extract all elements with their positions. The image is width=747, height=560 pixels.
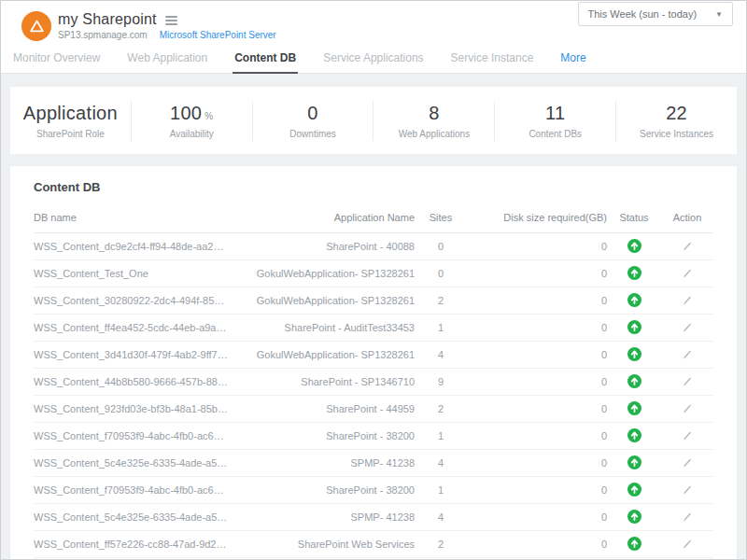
stat-value: 100 bbox=[170, 103, 202, 123]
stat-suffix: % bbox=[204, 111, 213, 121]
table-row: WSS_Content_5c4e325e-6335-4ade-a5d2-792a… bbox=[34, 504, 713, 531]
hamburger-icon[interactable] bbox=[165, 12, 177, 27]
table-row: WSS_Content_dc9e2cf4-ff94-48de-aa25-6051… bbox=[34, 233, 713, 260]
edit-pencil-icon[interactable] bbox=[682, 295, 693, 306]
application-name-cell: SharePoint - 40088 bbox=[228, 233, 415, 260]
sites-cell: 2 bbox=[415, 531, 467, 558]
status-up-icon bbox=[627, 483, 641, 497]
table-row: WSS_Content_Test_One GokulWebApplication… bbox=[34, 260, 713, 287]
tab-service-instance[interactable]: Service Instance bbox=[449, 45, 536, 74]
edit-pencil-icon[interactable] bbox=[682, 539, 693, 550]
application-name-cell: GokulWebApplication- SP1328261 bbox=[228, 342, 415, 369]
tab-web-application[interactable]: Web Application bbox=[125, 45, 209, 74]
table-row: WSS_Content_5c4e325e-6335-4ade-a5d2-792a… bbox=[34, 450, 713, 477]
edit-pencil-icon[interactable] bbox=[682, 403, 693, 414]
edit-pencil-icon[interactable] bbox=[682, 241, 693, 252]
db-name-cell: WSS_Content_dc9e2cf4-ff94-48de-aa25-6051… bbox=[34, 233, 228, 260]
sites-cell: 4 bbox=[415, 342, 467, 369]
table-row: WSS_Content_30280922-2dc4-494f-85df-6630… bbox=[34, 287, 713, 315]
db-name-cell: WSS_Content_ff57e226-cc88-47ad-9d24-18d1… bbox=[34, 531, 228, 558]
edit-pencil-icon[interactable] bbox=[682, 484, 693, 496]
stat-label: Content DBs bbox=[495, 129, 615, 139]
table-row: WSS_Content_ff57e226-cc88-47ad-9d24-18d1… bbox=[34, 531, 713, 558]
db-name-cell: WSS_Content_Test_One bbox=[34, 260, 228, 287]
column-header-db-name: DB name bbox=[34, 204, 228, 233]
tab-service-applications[interactable]: Service Applications bbox=[321, 45, 425, 74]
db-name-cell: WSS_Content_f70953f9-4abc-4fb0-ac66-c9d7… bbox=[34, 423, 228, 450]
disk-size-cell: 0 bbox=[467, 260, 607, 287]
table-body: WSS_Content_dc9e2cf4-ff94-48de-aa25-6051… bbox=[34, 233, 713, 560]
sites-cell: 4 bbox=[415, 450, 467, 477]
stat-label: Web Applications bbox=[374, 129, 494, 139]
sites-cell: 0 bbox=[415, 233, 467, 260]
status-up-icon bbox=[627, 266, 641, 280]
edit-pencil-icon[interactable] bbox=[682, 511, 693, 523]
column-header-status: Status bbox=[607, 204, 661, 233]
stat-value: 8 bbox=[429, 103, 439, 123]
status-up-icon bbox=[627, 428, 641, 442]
column-header-application-name: Application Name bbox=[228, 204, 415, 233]
stat-value: 11 bbox=[545, 103, 565, 123]
status-up-icon bbox=[627, 537, 641, 551]
server-type-link[interactable]: Microsoft SharePoint Server bbox=[160, 30, 276, 40]
stat-value: 22 bbox=[666, 103, 687, 123]
db-name-cell: WSS_Content_5c4e325e-6335-4ade-a5d2-792a… bbox=[34, 504, 228, 531]
db-name-cell: WSS_Content_ff4ea452-5cdc-44eb-a9a6-50e1… bbox=[34, 315, 228, 342]
db-name-cell: WSS_Content_3d41d30f-479f-4ab2-9ff7-6449… bbox=[34, 342, 228, 369]
summary-stats-card: ApplicationSharePoint Role100%Availabili… bbox=[10, 87, 737, 154]
edit-pencil-icon[interactable] bbox=[682, 349, 693, 360]
sites-cell: 2 bbox=[415, 396, 467, 423]
stat-value: 0 bbox=[307, 103, 317, 123]
disk-size-cell: 0 bbox=[467, 369, 607, 396]
stat-value: Application bbox=[23, 103, 118, 123]
status-up-icon bbox=[627, 455, 641, 469]
sites-cell: 4 bbox=[415, 504, 467, 531]
sites-cell: 1 bbox=[415, 477, 467, 504]
table-row: WSS_Content_f70953f9-4abc-4fb0-ac66-c9d7… bbox=[34, 423, 713, 450]
table-row: WSS_Content_f70953f9-4abc-4fb0-ac66-c9d7… bbox=[34, 477, 713, 504]
disk-size-cell: 0 bbox=[467, 233, 607, 260]
tab-content-db[interactable]: Content DB bbox=[233, 45, 298, 74]
top-bar: my Sharepoint SP13.spmanage.com Microsof… bbox=[1, 1, 746, 74]
period-dropdown-value: This Week (sun - today) bbox=[588, 8, 698, 20]
table-row: WSS_Content_44b8b580-9666-457b-88d4-da9e… bbox=[34, 369, 713, 396]
app-window: my Sharepoint SP13.spmanage.com Microsof… bbox=[0, 0, 747, 560]
stat-sharepoint-role: ApplicationSharePoint Role bbox=[10, 101, 132, 141]
column-header-sites: Sites bbox=[415, 204, 467, 233]
application-name-cell: SharePoint - SP1346710 bbox=[228, 369, 415, 396]
application-name-cell: SharePoint - 38200 bbox=[228, 423, 415, 450]
application-name-cell: SPMP- 41238 bbox=[228, 504, 415, 531]
table-header-row: DB nameApplication NameSitesDisk size re… bbox=[34, 204, 713, 233]
tab-bar: Monitor OverviewWeb ApplicationContent D… bbox=[1, 45, 746, 74]
sites-cell: 2 bbox=[415, 287, 467, 315]
status-up-icon bbox=[627, 293, 641, 307]
edit-pencil-icon[interactable] bbox=[682, 322, 693, 333]
sites-cell: 1 bbox=[415, 423, 467, 450]
content-db-card: Content DB DB nameApplication NameSitesD… bbox=[10, 166, 737, 560]
tab-more[interactable]: More bbox=[558, 45, 587, 74]
period-dropdown[interactable]: This Week (sun - today) ▼ bbox=[578, 2, 733, 26]
status-up-icon bbox=[627, 510, 641, 524]
monitor-host: SP13.spmanage.com bbox=[58, 30, 148, 40]
sites-cell: 9 bbox=[415, 369, 467, 396]
status-up-icon bbox=[627, 239, 641, 253]
monitor-logo bbox=[21, 11, 51, 41]
table-row: WSS_Content_ff4ea452-5cdc-44eb-a9a6-50e1… bbox=[34, 315, 713, 342]
tab-monitor-overview[interactable]: Monitor Overview bbox=[11, 45, 102, 74]
stat-availability: 100%Availability bbox=[132, 101, 253, 141]
stat-label: Downtimes bbox=[253, 129, 374, 139]
application-name-cell: SharePoint - 44959 bbox=[228, 396, 415, 423]
edit-pencil-icon[interactable] bbox=[682, 376, 693, 387]
stat-label: SharePoint Role bbox=[10, 129, 131, 139]
edit-pencil-icon[interactable] bbox=[682, 268, 693, 279]
edit-pencil-icon[interactable] bbox=[682, 430, 693, 441]
content-db-table: DB nameApplication NameSitesDisk size re… bbox=[34, 204, 713, 560]
column-header-action: Action bbox=[661, 204, 713, 233]
status-up-icon bbox=[627, 347, 641, 361]
disk-size-cell: 0 bbox=[467, 504, 607, 531]
page-title: my Sharepoint bbox=[58, 11, 157, 28]
stat-content-dbs: 11Content DBs bbox=[495, 101, 616, 141]
edit-pencil-icon[interactable] bbox=[682, 457, 693, 469]
disk-size-cell: 0 bbox=[467, 342, 607, 369]
column-header-disk-size-required-gb: Disk size required(GB) bbox=[467, 204, 607, 233]
